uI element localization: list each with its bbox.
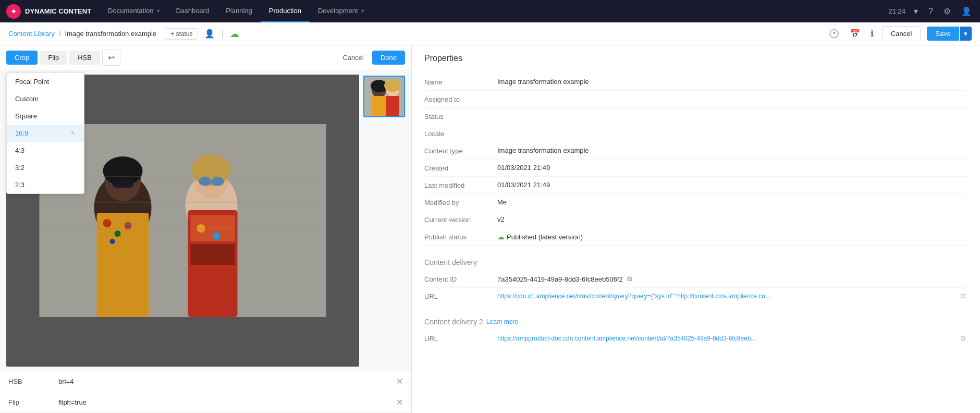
thumbnail-1[interactable] — [363, 76, 405, 117]
nav-dashboard[interactable]: Dashboard — [168, 0, 218, 22]
breadcrumb-bar: Content Library / Image transformation e… — [0, 22, 980, 45]
done-button[interactable]: Done — [372, 51, 405, 65]
save-dropdown-button[interactable]: ▾ — [960, 27, 972, 41]
properties-section: Name Image transformation example Assign… — [424, 74, 967, 246]
content-url-value: https://cdn.c1.amplience.net/cms/content… — [497, 292, 967, 300]
breadcrumb-separator: / — [59, 30, 61, 38]
chevron-down-icon: ▾ — [157, 8, 160, 14]
calendar-icon[interactable]: 📅 — [848, 27, 862, 41]
prop-modified-by-value: Me — [497, 198, 967, 206]
prop-name-row: Name Image transformation example — [424, 74, 967, 91]
brand-icon: ✦ — [6, 4, 21, 19]
history-icon[interactable]: 🕐 — [827, 27, 841, 41]
published-icon: ☁ — [497, 233, 505, 241]
breadcrumb-current: Image transformation example — [65, 30, 157, 38]
hsb-tab-button[interactable]: HSB — [69, 51, 100, 65]
params-table: HSB bri=4 ✕ Flip fliph=true ✕ — [0, 371, 411, 413]
undo-button[interactable]: ↩ — [102, 50, 120, 66]
breadcrumb-right: 🕐 📅 ℹ Cancel Save ▾ — [827, 26, 972, 41]
content-delivery-2-section: URL https://ampproduct-doc.cdn.content.a… — [424, 330, 967, 347]
status-badge[interactable]: + status — [165, 28, 198, 40]
param-label-flip: Flip — [8, 398, 50, 406]
delete-hsb-button[interactable]: ✕ — [396, 376, 403, 386]
chevron-down-icon: ▾ — [361, 8, 364, 14]
content-delivery-2-url-value: https://ampproduct-doc.cdn.content.ampli… — [497, 334, 967, 343]
chevron-down-icon[interactable]: ▾ — [912, 4, 920, 18]
svg-rect-28 — [372, 96, 386, 117]
cancel-edit-button[interactable]: Cancel — [336, 51, 370, 65]
svg-point-30 — [384, 79, 401, 92]
prop-publish-value: ☁ Published (latest version) — [497, 233, 967, 241]
brand-logo-area: ✦ DYNAMIC CONTENT — [6, 4, 91, 19]
copy-url-2-button[interactable]: ⧉ — [959, 334, 967, 343]
thumbnails — [363, 75, 405, 367]
left-panel: Crop Flip HSB ↩ Cancel Done Focal Point … — [0, 45, 412, 413]
prop-last-modified-key: Last modified — [424, 181, 497, 189]
prop-modified-by-row: Modified by Me — [424, 194, 967, 211]
content-delivery-2-url-row: URL https://ampproduct-doc.cdn.content.a… — [424, 330, 967, 347]
crop-square[interactable]: Square — [7, 107, 84, 125]
param-row-hsb: HSB bri=4 ✕ — [0, 371, 411, 392]
prop-content-type-value: Image transformation example — [497, 147, 967, 154]
nav-time: 21:24 — [889, 7, 906, 15]
param-label-hsb: HSB — [8, 378, 50, 385]
gear-icon[interactable]: ⚙ — [941, 4, 953, 18]
crop-16-9[interactable]: 16:9 ↖ — [7, 125, 84, 142]
content-id-inner: 7a354025-4419-49a9-8dd3-6fc8eeb506f2 ⧉ — [497, 275, 967, 283]
crop-custom[interactable]: Custom — [7, 90, 84, 107]
crop-2-3[interactable]: 2:3 — [7, 176, 84, 193]
nav-right: 21:24 ▾ ? ⚙ 👤 — [889, 4, 974, 18]
prop-assigned-key: Assigned to — [424, 95, 497, 103]
content-id-key: Content ID — [424, 275, 497, 283]
crop-4-3[interactable]: 4:3 — [7, 142, 84, 159]
content-id-row: Content ID 7a354025-4419-49a9-8dd3-6fc8e… — [424, 271, 967, 288]
prop-created-row: Created 01/03/2021 21:49 — [424, 160, 967, 177]
prop-name-key: Name — [424, 78, 497, 86]
prop-locale-row: Locale — [424, 125, 967, 142]
prop-created-key: Created — [424, 164, 497, 172]
user-assign-icon[interactable]: 👤 — [202, 27, 217, 41]
content-delivery-2-header-row: Content delivery 2 Learn more — [424, 318, 967, 326]
crop-focal-point[interactable]: Focal Point — [7, 73, 84, 90]
param-value-hsb: bri=4 — [58, 378, 388, 385]
prop-created-value: 01/03/2021 21:49 — [497, 164, 967, 172]
flip-tab-button[interactable]: Flip — [40, 51, 67, 65]
crop-3-2[interactable]: 3:2 — [7, 159, 84, 176]
prop-last-modified-row: Last modified 01/03/2021 21:49 — [424, 177, 967, 194]
content-delivery-2-url-link[interactable]: https://ampproduct-doc.cdn.content.ampli… — [497, 335, 957, 342]
learn-more-link[interactable]: Learn more — [486, 318, 518, 325]
nav-documentation[interactable]: Documentation ▾ — [100, 0, 167, 22]
content-url-row: URL https://cdn.c1.amplience.net/cms/con… — [424, 288, 967, 305]
info-icon[interactable]: ℹ — [868, 27, 876, 41]
right-panel: Properties Name Image transformation exa… — [412, 45, 980, 413]
prop-name-value: Image transformation example — [497, 78, 967, 86]
prop-status-row: Status — [424, 108, 967, 125]
content-url-inner: https://cdn.c1.amplience.net/cms/content… — [497, 292, 967, 300]
top-navigation: ✦ DYNAMIC CONTENT Documentation ▾ Dashbo… — [0, 0, 980, 22]
content-url-link[interactable]: https://cdn.c1.amplience.net/cms/content… — [497, 293, 957, 300]
crop-tab-button[interactable]: Crop — [6, 51, 38, 65]
nav-production[interactable]: Production — [261, 0, 310, 22]
content-delivery-section: Content ID 7a354025-4419-49a9-8dd3-6fc8e… — [424, 271, 967, 305]
cancel-button[interactable]: Cancel — [882, 26, 921, 41]
cloud-icon[interactable]: ☁ — [228, 26, 241, 42]
prop-version-row: Current version v2 — [424, 211, 967, 228]
param-row-flip: Flip fliph=true ✕ — [0, 392, 411, 413]
content-delivery-2-url-key: URL — [424, 334, 497, 343]
prop-content-type-row: Content type Image transformation exampl… — [424, 142, 967, 160]
copy-content-id-button[interactable]: ⧉ — [625, 275, 634, 283]
content-delivery-header: Content delivery — [424, 258, 967, 266]
copy-url-button[interactable]: ⧉ — [959, 292, 967, 300]
nav-planning[interactable]: Planning — [217, 0, 261, 22]
save-button-group: Save ▾ — [927, 27, 972, 41]
user-icon[interactable]: 👤 — [959, 4, 974, 18]
param-value-flip: fliph=true — [58, 398, 388, 406]
save-button[interactable]: Save — [927, 27, 959, 41]
breadcrumb-library-link[interactable]: Content Library — [8, 30, 55, 38]
delete-flip-button[interactable]: ✕ — [396, 397, 403, 407]
nav-items: Documentation ▾ Dashboard Planning Produ… — [100, 0, 888, 22]
prop-content-type-key: Content type — [424, 147, 497, 155]
help-icon[interactable]: ? — [926, 5, 935, 18]
nav-development[interactable]: Development ▾ — [310, 0, 372, 22]
prop-assigned-row: Assigned to — [424, 91, 967, 108]
